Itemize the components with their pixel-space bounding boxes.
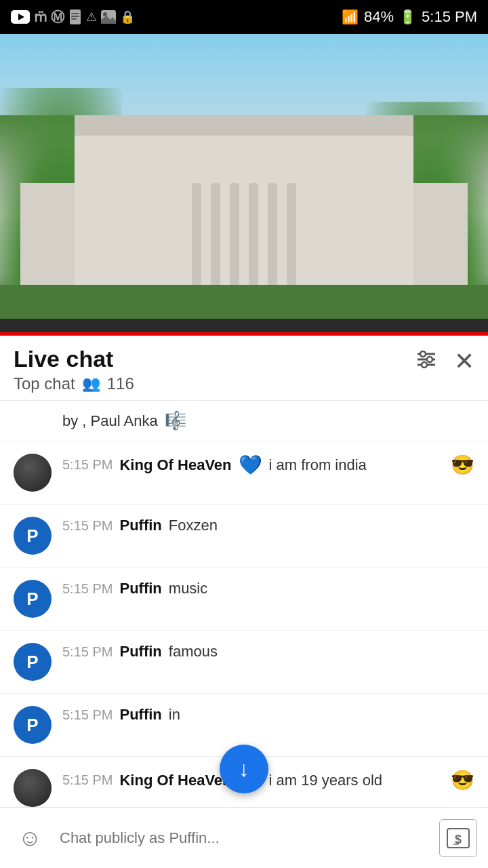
message-content: 5:15 PM Puffin Foxzen [62,517,474,534]
chat-header-info: Live chat Top chat 👥 116 [14,347,134,393]
message-author: King Of HeaVen [119,772,231,789]
message-author: Puffin [119,580,161,597]
chat-header: Live chat Top chat 👥 116 ✕ [0,336,488,401]
battery-icon: 🔋 [399,9,416,25]
chat-message: P 5:15 PM Puffin Foxzen [0,505,488,568]
building-roof [75,115,413,136]
message-time: 5:15 PM [62,457,113,473]
chat-messages: by , Paul Anka 🎼 5:15 PM King Of HeaVen … [0,401,488,868]
warning-icon: ⚠ [86,9,97,24]
emoji-smiley-icon: ☺ [18,825,42,851]
battery-text: 84% [364,8,394,26]
partial-text: by , Paul Anka [62,412,158,430]
svg-point-13 [427,357,432,362]
building-main [75,115,413,292]
avatar-letter: P [26,589,38,610]
message-time: 5:15 PM [62,644,113,660]
scroll-down-arrow: ↓ [239,758,249,780]
message-content: 5:15 PM King Of HeaVen 💙 i am from india… [62,454,474,476]
message-author: Puffin [119,706,161,724]
chat-message: P 5:15 PM Puffin famous [0,631,488,694]
emoji-button[interactable]: ☺ [11,819,49,857]
lock-icon: 🔒 [120,9,135,24]
wifi-icon: 📶 [342,9,359,25]
youtube-icon [11,10,30,24]
avatar-letter: P [26,715,38,736]
chat-message: P 5:15 PM Puffin music [0,568,488,631]
avatar: P [14,643,52,681]
partial-message: by , Paul Anka 🎼 [0,401,488,441]
heart-emoji: 💙 [239,454,262,476]
message-time: 5:15 PM [62,772,113,788]
message-content: 5:15 PM Puffin in [62,706,474,724]
message-time: 5:15 PM [62,518,113,534]
message-author: Puffin [119,643,161,660]
avatar-letter: P [26,652,38,673]
message-text: famous [169,643,474,660]
building-wing-left [20,183,75,292]
svg-point-7 [103,12,107,16]
chat-header-actions: ✕ [415,349,474,374]
svg-point-12 [420,351,426,357]
message-text: in [169,706,474,724]
avatar: P [14,517,52,555]
status-bar-right: 📶 84% 🔋 5:15 PM [342,8,477,26]
svg-rect-5 [71,18,77,20]
close-icon[interactable]: ✕ [454,349,474,374]
message-content: 5:15 PM King Of HeaVen 💙 i am 19 years o… [62,769,474,791]
message-time: 5:15 PM [62,707,113,723]
status-bar: m̈ Ⓜ ⚠ 🔒 📶 84% 🔋 5:15 PM [0,0,488,34]
chat-input-bar: ☺ $ [0,807,488,868]
chat-message: 5:15 PM King Of HeaVen 💙 i am from india… [0,441,488,505]
message-text: Foxzen [169,517,474,534]
avatar [14,454,52,492]
cool-emoji: 😎 [451,769,474,791]
filter-icon[interactable] [415,350,438,374]
message-author: Puffin [119,517,161,534]
people-icon: 👥 [82,375,100,393]
avatar: P [14,580,52,618]
super-chat-button[interactable]: $ [439,819,477,857]
app-icon-m2: Ⓜ [51,8,64,26]
building-columns [192,183,296,292]
avatar: P [14,706,52,744]
message-content: 5:15 PM Puffin famous [62,643,474,660]
chat-input[interactable] [60,819,428,857]
avatar [14,769,52,807]
message-content: 5:15 PM Puffin music [62,580,474,597]
message-text: i am 19 years old [269,772,444,789]
cool-emoji: 😎 [451,454,474,476]
message-time: 5:15 PM [62,581,113,597]
message-text: i am from india [269,456,444,474]
building-wing-right [413,183,468,292]
status-bar-left: m̈ Ⓜ ⚠ 🔒 [11,8,135,26]
top-chat-label: Top chat [14,374,75,393]
chat-title: Live chat [14,347,134,372]
video-thumbnail[interactable] [0,34,488,332]
chat-subtitle: Top chat 👥 116 [14,374,134,393]
svg-point-14 [422,362,427,368]
app-icon-m1: m̈ [34,9,47,25]
message-author: King Of HeaVen [119,456,231,474]
avatar-letter: P [26,526,38,547]
dollar-icon: $ [447,828,470,848]
viewer-count: 116 [107,374,134,393]
svg-rect-3 [71,13,79,14]
clock: 5:15 PM [422,8,477,26]
file-icon [68,9,82,24]
scroll-down-button[interactable]: ↓ [220,745,268,793]
svg-rect-4 [71,16,79,17]
music-note-icon: 🎼 [165,410,186,431]
image-icon [101,10,116,24]
message-text: music [169,580,474,597]
building-lawn [0,285,488,319]
